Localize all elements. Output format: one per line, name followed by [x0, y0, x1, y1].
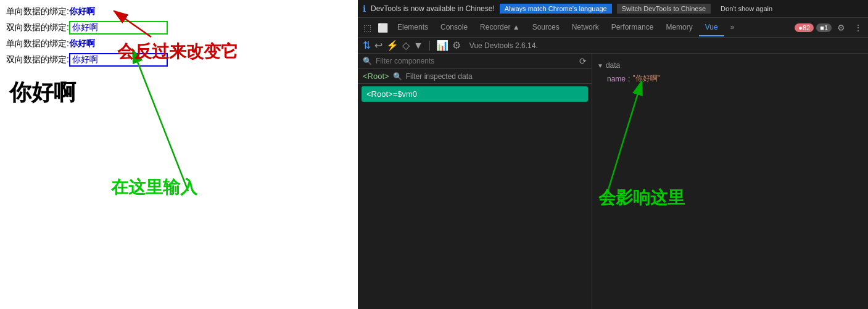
- devtools-tabs-row: ⬚ ⬜ Elements Console Recorder ▲ Sources …: [358, 18, 868, 38]
- data-colon: :: [628, 75, 630, 83]
- tab-network[interactable]: Network: [566, 19, 605, 36]
- tab-console[interactable]: Console: [434, 19, 474, 36]
- tab-right-icons: ●82 ■1 ⚙ ⋮: [795, 20, 866, 35]
- root-component-item[interactable]: <Root> = $vm0: [362, 86, 588, 102]
- inspect-element-icon[interactable]: ⬚: [360, 20, 374, 35]
- svg-line-3: [133, 49, 188, 191]
- vue-component-tree: 🔍 ⟳ <Root> 🔍 Filter inspected data <Root…: [358, 54, 592, 309]
- affect-here-annotation: 会影响这里: [598, 186, 685, 210]
- info-badge: ■1: [816, 23, 832, 32]
- data-section-label: data: [606, 61, 620, 70]
- svg-line-5: [605, 81, 642, 202]
- tab-elements[interactable]: Elements: [391, 19, 434, 36]
- dont-show-again-btn[interactable]: Don't show again: [716, 4, 777, 14]
- data-section-header: ▼ data: [597, 61, 863, 70]
- devtools-notification-bar: ℹ DevTools is now available in Chinese! …: [358, 0, 868, 18]
- component-search-bar: 🔍 ⟳: [358, 54, 592, 69]
- one-way-row-1: 单向数据的绑定: 你好啊: [6, 6, 358, 17]
- component-assign: =: [393, 89, 398, 99]
- tab-performance[interactable]: Performance: [605, 19, 660, 36]
- routing-icon[interactable]: ◇: [402, 39, 410, 51]
- two-way-row-1: 双向数据的绑定:: [6, 21, 358, 35]
- one-way-label-2: 单向数据的绑定:: [6, 38, 69, 49]
- data-value-name: "你好啊": [632, 73, 660, 84]
- switch-devtools-btn[interactable]: Switch DevTools to Chinese: [617, 4, 711, 14]
- settings-icon[interactable]: ⚙: [834, 20, 848, 35]
- vue-version-text: Vue Devtools 2.6.14.: [469, 41, 538, 50]
- two-way-label-2: 双向数据的绑定:: [6, 54, 69, 65]
- search-icon: 🔍: [363, 57, 372, 65]
- error-badge: ●82: [795, 23, 814, 32]
- vuex-icon[interactable]: ↩: [374, 39, 382, 51]
- triangle-icon: ▼: [597, 62, 603, 69]
- component-filter-input[interactable]: [376, 57, 576, 65]
- two-way-input-1[interactable]: [69, 21, 168, 35]
- root-tag-header: <Root>: [363, 72, 389, 81]
- dropdown-icon[interactable]: ▼: [413, 40, 423, 51]
- two-way-label-1: 双向数据的绑定:: [6, 22, 69, 33]
- toolbar-divider: [429, 41, 430, 51]
- info-icon: ℹ: [363, 4, 366, 14]
- settings2-icon[interactable]: ⚙: [452, 39, 461, 51]
- tab-more[interactable]: »: [724, 19, 741, 36]
- component-tag: <Root>: [366, 89, 393, 99]
- events-icon[interactable]: ⚡: [386, 39, 399, 51]
- devtools-main-area: 🔍 ⟳ <Root> 🔍 Filter inspected data <Root…: [358, 54, 868, 309]
- refresh-icon[interactable]: ⟳: [579, 56, 587, 66]
- data-section: ▼ data name : "你好啊": [597, 61, 863, 85]
- left-panel: 单向数据的绑定: 你好啊 双向数据的绑定: 单向数据的绑定: 你好啊 双向数据的…: [0, 0, 358, 309]
- tab-recorder[interactable]: Recorder ▲: [474, 19, 526, 36]
- component-tree-icon[interactable]: ⇅: [363, 39, 371, 51]
- tab-memory[interactable]: Memory: [659, 19, 698, 36]
- search-icon-header: 🔍: [393, 72, 402, 81]
- change-annotation: 会反过来改变它: [117, 40, 238, 64]
- notification-text: DevTools is now available in Chinese!: [371, 4, 495, 13]
- right-arrow-svg: [592, 54, 868, 309]
- name-data-row: name : "你好啊": [597, 72, 863, 85]
- devtools-panel: ℹ DevTools is now available in Chinese! …: [358, 0, 868, 309]
- device-toggle-icon[interactable]: ⬜: [374, 20, 391, 35]
- vue-toolbar: ⇅ ↩ ⚡ ◇ ▼ 📊 ⚙ Vue Devtools 2.6.14.: [358, 38, 868, 54]
- tab-vue[interactable]: Vue: [699, 19, 724, 36]
- input-annotation: 在这里输入: [111, 176, 197, 199]
- hello-display: 你好啊: [9, 78, 358, 108]
- component-vm: $vm0: [397, 89, 417, 99]
- data-key-name: name: [607, 75, 626, 83]
- one-way-value-2: 你好啊: [69, 38, 95, 49]
- tab-sources[interactable]: Sources: [526, 19, 566, 36]
- vue-data-inspector: ▼ data name : "你好啊" 会影响这里: [592, 54, 868, 309]
- more-options-icon[interactable]: ⋮: [851, 20, 866, 35]
- chart-icon[interactable]: 📊: [436, 39, 448, 51]
- filter-inspected-label: Filter inspected data: [406, 72, 473, 81]
- inspector-header-row: <Root> 🔍 Filter inspected data: [358, 69, 592, 84]
- one-way-value-1: 你好啊: [69, 6, 95, 17]
- always-match-btn[interactable]: Always match Chrome's language: [500, 4, 612, 14]
- one-way-label-1: 单向数据的绑定:: [6, 6, 69, 17]
